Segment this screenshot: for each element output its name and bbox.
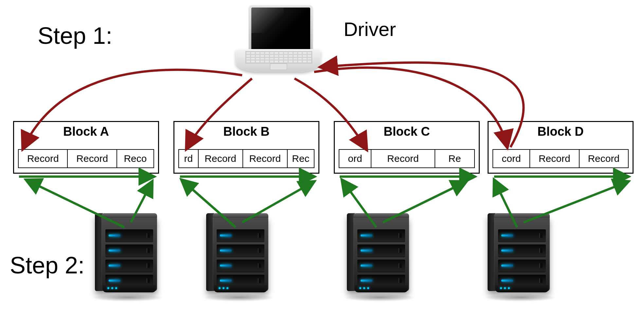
record-cell: ord xyxy=(339,149,371,168)
driver-label: Driver xyxy=(344,18,396,41)
server-1-icon xyxy=(92,213,164,304)
record-cell: Record xyxy=(371,149,435,168)
block-d: Block D cordRecordRecord xyxy=(488,121,634,174)
block-b-records: rdRecordRecordRec xyxy=(178,149,314,168)
server-2-icon xyxy=(203,213,275,304)
step1-label: Step 1: xyxy=(38,22,112,49)
record-cell: Record xyxy=(18,149,67,168)
step2-label: Step 2: xyxy=(10,252,84,279)
block-d-title: Block D xyxy=(489,125,633,139)
block-b-title: Block B xyxy=(174,125,318,139)
record-cell: Rec xyxy=(287,149,314,168)
block-c-records: ordRecordRe xyxy=(339,149,475,168)
record-cell: Re xyxy=(435,149,475,168)
block-c: Block C ordRecordRe xyxy=(334,121,480,174)
record-cell: rd xyxy=(178,149,198,168)
record-cell: Record xyxy=(67,149,116,168)
driver-laptop-icon xyxy=(236,5,321,74)
block-c-title: Block C xyxy=(335,125,479,139)
block-a-records: RecordRecordReco xyxy=(18,149,154,168)
record-cell: Record xyxy=(198,149,242,168)
record-cell: cord xyxy=(492,149,529,168)
server-3-icon xyxy=(344,213,416,304)
block-d-records: cordRecordRecord xyxy=(492,149,629,168)
record-cell: Record xyxy=(579,149,629,168)
server-4-icon xyxy=(484,213,556,304)
block-a-title: Block A xyxy=(14,125,158,139)
block-a: Block A RecordRecordReco xyxy=(13,121,159,174)
record-cell: Record xyxy=(242,149,287,168)
record-cell: Record xyxy=(529,149,579,168)
record-cell: Reco xyxy=(116,149,154,168)
block-b: Block B rdRecordRecordRec xyxy=(173,121,319,174)
